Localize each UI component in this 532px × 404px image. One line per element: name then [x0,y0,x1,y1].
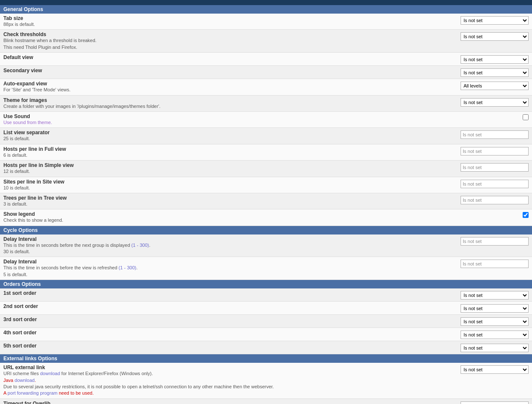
select-tab-size[interactable]: Is not set [461,16,529,25]
input-delay-interval-2[interactable] [461,260,529,268]
row-desc-list-view-separator: 25 is default. [3,136,452,142]
row-control-theme-for-images: Is not set [461,98,529,107]
row-sort-order-2: 2nd sort orderIs not set [0,302,532,315]
select-sort-order-3[interactable]: Is not set [461,317,529,326]
row-control-sites-per-line-site [461,180,529,188]
select-secondary-view[interactable]: Is not set [461,68,529,77]
select-theme-for-images[interactable]: Is not set [461,98,529,107]
row-control-sort-order-4: Is not set [461,331,529,339]
row-label-check-thresholds: Check thresholdsBlink hostname when a th… [3,31,456,51]
row-desc-hosts-per-line-full: 6 is default. [3,152,452,158]
select-url-external-link[interactable]: Is not set [461,365,529,374]
page-title [0,0,532,5]
input-delay-interval-1[interactable] [461,237,529,246]
row-desc-trees-per-line-tree: 3 is default. [3,201,452,207]
row-title-check-thresholds: Check thresholds [3,31,452,37]
row-control-show-legend [461,212,529,218]
row-desc-delay-interval-2: This is the time in seconds before the v… [3,265,452,278]
row-desc-tab-size: 88px is default. [3,21,452,28]
row-title-show-legend: Show legend [3,211,452,217]
row-label-delay-interval-1: Delay IntervalThis is the time in second… [3,236,456,255]
row-label-show-legend: Show legendCheck this to show a legend. [3,211,456,223]
row-control-tab-size: Is not set [461,16,529,25]
select-sort-order-1[interactable]: Is not set [461,291,529,299]
row-delay-interval-1: Delay IntervalThis is the time in second… [0,234,532,257]
row-desc-check-thresholds: Blink hostname when a threshold is break… [3,37,452,51]
row-list-view-separator: List view separator25 is default. [0,128,532,144]
row-title-sort-order-1: 1st sort order [3,290,452,296]
row-label-hosts-per-line-simple: Hosts per line in Simple view12 is defau… [3,162,456,175]
row-sort-order-3: 3rd sort orderIs not set [0,315,532,328]
row-title-delay-interval-2: Delay Interval [3,259,452,265]
select-sort-order-5[interactable]: Is not set [461,344,529,352]
section-header-external-links: External links Options [0,354,532,363]
row-sites-per-line-site: Sites per line in Site view10 is default… [0,177,532,193]
select-sort-order-4[interactable]: Is not set [461,331,529,339]
row-trees-per-line-tree: Trees per line in Tree view3 is default. [0,193,532,209]
row-title-default-view: Default view [3,54,452,60]
select-sort-order-2[interactable]: Is not set [461,304,529,313]
row-control-secondary-view: Is not set [461,68,529,77]
row-control-url-external-link: Is not set [461,365,529,374]
row-auto-expand-view: Auto-expand viewFor 'Site' and 'Tree Mod… [0,79,532,95]
row-label-secondary-view: Secondary view [3,68,456,73]
input-hosts-per-line-simple[interactable] [461,163,529,172]
row-label-trees-per-line-tree: Trees per line in Tree view3 is default. [3,195,456,207]
row-desc-auto-expand-view: For 'Site' and 'Tree Mode' views. [3,87,452,93]
select-check-thresholds[interactable]: Is not set [461,32,529,41]
row-title-trees-per-line-tree: Trees per line in Tree view [3,195,452,201]
row-desc-use-sound: Use sound from theme. [3,119,452,126]
row-title-hosts-per-line-simple: Hosts per line in Simple view [3,162,452,168]
row-control-trees-per-line-tree [461,196,529,204]
row-control-default-view: Is not set [461,55,529,64]
row-hosts-per-line-full: Hosts per line in Full view6 is default. [0,144,532,161]
row-label-default-view: Default view [3,54,456,60]
row-desc-sites-per-line-site: 10 is default. [3,185,452,191]
row-title-url-external-link: URL external link [3,364,452,370]
row-title-sort-order-3: 3rd sort order [3,316,452,322]
section-header-general: General Options [0,5,532,14]
row-label-sort-order-3: 3rd sort order [3,316,456,322]
page-container: General OptionsTab size88px is default.I… [0,0,532,404]
row-control-sort-order-5: Is not set [461,344,529,352]
checkbox-show-legend[interactable] [523,212,529,218]
input-hosts-per-line-full[interactable] [461,147,529,155]
settings-body: General OptionsTab size88px is default.I… [0,5,532,404]
input-list-view-separator[interactable] [461,130,529,139]
row-use-sound: Use SoundUse sound from theme. [0,112,532,128]
row-desc-url-external-link: URI scheme files download for Internet E… [3,370,452,397]
row-title-secondary-view: Secondary view [3,68,452,73]
row-control-list-view-separator [461,130,529,139]
row-theme-for-images: Theme for imagesCreate a folder with you… [0,96,532,112]
row-control-check-thresholds: Is not set [461,32,529,41]
row-label-url-external-link: URL external linkURI scheme files downlo… [3,364,456,397]
row-control-sort-order-1: Is not set [461,291,529,299]
row-label-delay-interval-2: Delay IntervalThis is the time in second… [3,259,456,278]
select-default-view[interactable]: Is not set [461,55,529,64]
row-title-timeout-overlib: Timeout for Overlib [3,401,452,404]
row-delay-interval-2: Delay IntervalThis is the time in second… [0,257,532,280]
row-sort-order-4: 4th sort orderIs not set [0,328,532,341]
row-title-hosts-per-line-full: Hosts per line in Full view [3,146,452,152]
input-sites-per-line-site[interactable] [461,180,529,188]
checkbox-use-sound[interactable] [523,114,529,120]
input-trees-per-line-tree[interactable] [461,196,529,204]
row-label-theme-for-images: Theme for imagesCreate a folder with you… [3,97,456,110]
row-title-list-view-separator: List view separator [3,130,452,136]
row-title-use-sound: Use Sound [3,113,452,119]
row-label-list-view-separator: List view separator25 is default. [3,130,456,142]
row-hosts-per-line-simple: Hosts per line in Simple view12 is defau… [0,161,532,177]
row-control-delay-interval-2 [461,260,529,268]
input-timeout-overlib[interactable] [461,401,529,404]
row-title-sort-order-5: 5th sort order [3,343,452,349]
row-control-sort-order-2: Is not set [461,304,529,313]
row-desc-hosts-per-line-simple: 12 is default. [3,168,452,175]
row-secondary-view: Secondary viewIs not set [0,66,532,79]
select-auto-expand-view[interactable]: All levels [461,82,529,90]
row-title-sites-per-line-site: Sites per line in Site view [3,179,452,185]
row-label-sort-order-5: 5th sort order [3,343,456,349]
row-control-auto-expand-view: All levels [461,82,529,90]
row-sort-order-1: 1st sort orderIs not set [0,288,532,302]
row-label-sites-per-line-site: Sites per line in Site view10 is default… [3,179,456,191]
section-header-cycle: Cycle Options [0,226,532,234]
